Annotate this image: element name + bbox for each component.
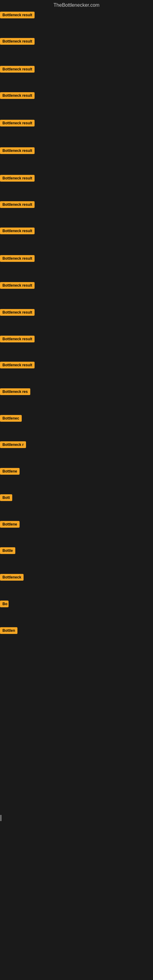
bottleneck-row: Bottlenec	[0, 415, 153, 423]
bottleneck-row: Bo	[0, 601, 153, 609]
bottleneck-row: Bottleneck result	[0, 38, 153, 46]
bottleneck-row: Bottleneck res	[0, 388, 153, 396]
bottleneck-badge[interactable]: Bottlen	[0, 627, 18, 634]
bottleneck-badge[interactable]: Bottleneck result	[0, 201, 35, 208]
bottleneck-badge[interactable]: Bottlene	[0, 468, 19, 475]
bottleneck-badge[interactable]: Bo	[0, 601, 9, 607]
bottleneck-row: Bottlen	[0, 627, 153, 635]
bottleneck-badge[interactable]: Bottleneck result	[0, 120, 35, 126]
bottleneck-row: Bottleneck result	[0, 282, 153, 290]
bottleneck-badge[interactable]: Bottleneck result	[0, 147, 35, 154]
bottleneck-row: Bottleneck result	[0, 201, 153, 209]
bottleneck-row: Bottlene	[0, 521, 153, 529]
bottleneck-row: Bottleneck result	[0, 92, 153, 100]
bottleneck-row: Bottlene	[0, 468, 153, 476]
bottleneck-badge[interactable]: Bottleneck r	[0, 441, 26, 448]
bottleneck-badge[interactable]: Bottleneck result	[0, 92, 35, 99]
bottleneck-badge[interactable]: Bottleneck result	[0, 255, 35, 262]
bottleneck-badge[interactable]: Bottlene	[0, 521, 19, 528]
bottleneck-badge[interactable]: Bottleneck result	[0, 175, 35, 181]
cursor-line	[1, 815, 1, 821]
bottleneck-badge[interactable]: Bottleneck result	[0, 228, 35, 234]
bottleneck-row: Bottleneck result	[0, 120, 153, 128]
bottleneck-badge[interactable]: Bottle	[0, 547, 15, 554]
bottleneck-badge[interactable]: Bottleneck result	[0, 66, 35, 73]
bottleneck-badge[interactable]: Bottleneck result	[0, 282, 35, 289]
bottleneck-badge[interactable]: Bottleneck result	[0, 309, 35, 316]
bottleneck-row: Bott	[0, 494, 153, 502]
bottleneck-row: Bottleneck	[0, 574, 153, 582]
bottleneck-badge[interactable]: Bottleneck result	[0, 336, 35, 342]
bottleneck-badge[interactable]: Bott	[0, 494, 12, 501]
bottleneck-row: Bottleneck result	[0, 309, 153, 317]
bottleneck-row: Bottleneck result	[0, 362, 153, 370]
bottleneck-badge[interactable]: Bottleneck	[0, 574, 24, 581]
bottleneck-row: Bottleneck result	[0, 255, 153, 263]
bottleneck-badge[interactable]: Bottlenec	[0, 415, 22, 422]
bottleneck-row: Bottleneck result	[0, 147, 153, 155]
bottleneck-row: Bottleneck result	[0, 66, 153, 74]
bottleneck-badge[interactable]: Bottleneck result	[0, 362, 35, 368]
bottleneck-row: Bottleneck r	[0, 441, 153, 449]
bottleneck-row: Bottle	[0, 547, 153, 555]
site-title: TheBottlenecker.com	[0, 0, 153, 12]
bottleneck-badge[interactable]: Bottleneck res	[0, 388, 30, 395]
bottleneck-row: Bottleneck result	[0, 12, 153, 20]
bottleneck-row: Bottleneck result	[0, 175, 153, 183]
bottleneck-row: Bottleneck result	[0, 228, 153, 235]
bottleneck-badge[interactable]: Bottleneck result	[0, 38, 35, 45]
bottleneck-row: Bottleneck result	[0, 336, 153, 344]
bottleneck-badge[interactable]: Bottleneck result	[0, 12, 35, 18]
